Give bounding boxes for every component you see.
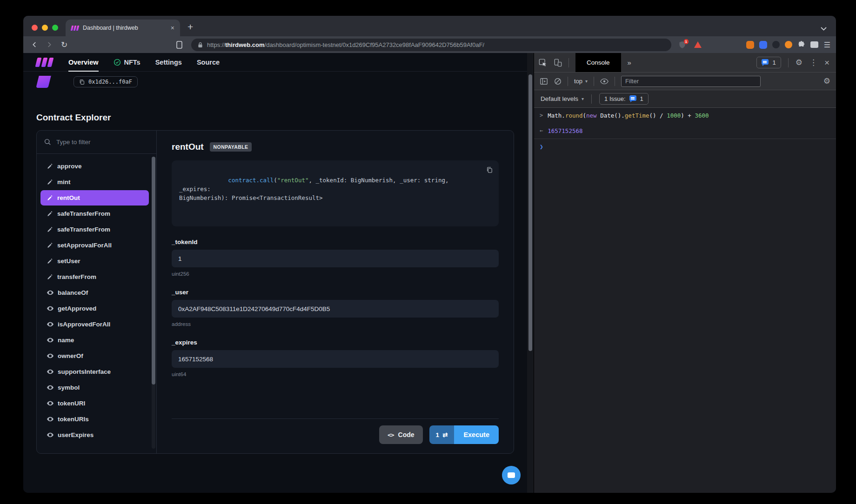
function-item-setUser[interactable]: setUser [40, 253, 149, 269]
fox-extension-icon[interactable] [746, 41, 754, 49]
tx-count-button[interactable]: 1 ⇄ [429, 425, 455, 444]
reload-button[interactable]: ↻ [59, 39, 70, 50]
console-messages-badge[interactable]: 1 [756, 57, 781, 68]
pencil-icon [47, 242, 53, 248]
function-item-transferFrom[interactable]: transferFrom [40, 269, 149, 285]
function-item-approve[interactable]: approve [40, 159, 149, 174]
tab-close-icon[interactable]: × [171, 24, 174, 32]
nav-nfts[interactable]: NFTs [114, 53, 140, 72]
console-filter-box[interactable] [621, 76, 761, 87]
function-item-rentOut[interactable]: rentOut [40, 190, 149, 206]
nav-settings[interactable]: Settings [155, 53, 182, 72]
function-label: name [58, 337, 74, 344]
more-tabs-icon[interactable]: » [628, 59, 631, 66]
function-item-getApproved[interactable]: getApproved [40, 301, 149, 316]
function-item-tokenURI[interactable]: tokenURI [40, 396, 149, 411]
nav-source[interactable]: Source [197, 53, 220, 72]
field-label-_expires: _expires [172, 339, 499, 346]
function-item-symbol[interactable]: symbol [40, 380, 149, 395]
new-tab-button[interactable]: + [187, 21, 193, 33]
function-item-ownerOf[interactable]: ownerOf [40, 348, 149, 364]
device-toolbar-icon[interactable] [554, 59, 562, 67]
copy-signature-icon[interactable] [486, 166, 493, 173]
tab-console[interactable]: Console [575, 53, 621, 72]
search-icon [44, 139, 51, 146]
context-selector[interactable]: top ▾ [574, 78, 588, 85]
console-input-entry: > Math.round(new Date().getTime() / 1000… [534, 108, 836, 123]
console-output[interactable]: > Math.round(new Date().getTime() / 1000… [534, 108, 836, 493]
console-levels-bar: Default levels ▾ 1 Issue: 1 [534, 90, 836, 108]
dark-extension-icon[interactable] [772, 41, 780, 48]
pencil-icon [47, 179, 53, 185]
devtools-panel: Console » 1 ⚙ ⋮ × [534, 53, 836, 493]
zoom-window-button[interactable] [52, 25, 58, 31]
eye-icon [47, 290, 54, 295]
blue-extension-icon[interactable] [759, 41, 767, 49]
chat-widget-button[interactable] [502, 466, 521, 484]
console-prompt[interactable]: ❯ [534, 139, 836, 154]
mutability-badge: NONPAYABLE [210, 142, 252, 152]
function-item-safeTransferFrom[interactable]: safeTransferFrom [40, 222, 149, 237]
console-filter-input[interactable] [625, 78, 756, 85]
thirdweb-logo-icon[interactable] [36, 58, 54, 67]
function-item-userExpires[interactable]: userExpires [40, 427, 149, 443]
devtools-settings-icon[interactable]: ⚙ [796, 58, 802, 67]
console-result-entry: ← 1657152568 [534, 123, 836, 139]
function-label: symbol [58, 384, 80, 391]
tab-search-chevron-icon[interactable] [821, 27, 827, 31]
clear-console-icon[interactable] [554, 78, 562, 85]
function-item-setApprovalForAll[interactable]: setApprovalForAll [40, 238, 149, 253]
field-input-_user[interactable]: 0xA2AF948C508311e1D24270649d770cF4d4F5D0… [172, 300, 499, 318]
function-item-tokenURIs[interactable]: tokenURIs [40, 411, 149, 427]
orange-extension-icon[interactable] [785, 41, 792, 48]
function-item-mint[interactable]: mint [40, 174, 149, 190]
function-filter-input[interactable] [56, 139, 126, 146]
url-bar[interactable]: https://thirdweb.com/dashboard/optimism-… [191, 39, 671, 51]
puzzle-extension-icon[interactable] [797, 41, 805, 49]
browser-window: Dashboard | thirdweb × + ↻ https://third… [23, 16, 836, 493]
function-label: ownerOf [58, 352, 83, 359]
devtools-kebab-menu-icon[interactable]: ⋮ [809, 58, 817, 67]
browser-menu-icon[interactable]: ☰ [824, 40, 830, 49]
page-scrollbar[interactable] [527, 53, 534, 493]
function-item-balanceOf[interactable]: balanceOf [40, 285, 149, 300]
function-item-supportsInterface[interactable]: supportsInterface [40, 364, 149, 379]
forward-button[interactable] [44, 39, 55, 50]
warning-triangle-icon[interactable] [694, 41, 702, 48]
live-expression-eye-icon[interactable] [600, 78, 609, 85]
context-caret-icon: ▾ [585, 79, 588, 84]
function-list-scrollbar[interactable] [152, 157, 155, 449]
close-window-button[interactable] [32, 25, 38, 31]
function-item-isApprovedForAll[interactable]: isApprovedForAll [40, 317, 149, 332]
function-label: mint [57, 179, 71, 186]
shield-badge-count: 1 [684, 39, 689, 44]
shield-extension-icon[interactable]: 1 [679, 41, 686, 49]
page-thirdweb-dashboard: Overview NFTs Settings Source 0x1d26...f… [23, 53, 527, 493]
eye-icon [47, 417, 54, 422]
page-scrollbar-thumb[interactable] [528, 74, 532, 351]
minimize-window-button[interactable] [42, 25, 48, 31]
console-settings-icon[interactable]: ⚙ [823, 76, 830, 86]
traffic-lights [23, 25, 66, 36]
page-title: Contract Explorer [36, 113, 514, 123]
function-item-safeTransferFrom[interactable]: safeTransferFrom [40, 206, 149, 221]
field-input-_expires[interactable]: 1657152568 [172, 350, 499, 368]
profile-card-icon[interactable] [810, 41, 818, 48]
function-item-name[interactable]: name [40, 332, 149, 348]
function-label: getApproved [58, 305, 96, 312]
browser-tab[interactable]: Dashboard | thirdweb × [66, 20, 180, 36]
nav-overview[interactable]: Overview [68, 53, 99, 72]
back-button[interactable] [29, 39, 40, 50]
issues-badge[interactable]: 1 Issue: 1 [599, 93, 649, 105]
devtools-close-icon[interactable]: × [824, 58, 829, 68]
install-app-icon[interactable] [174, 39, 185, 50]
contract-address-badge[interactable]: 0x1d26...f0aF [74, 76, 138, 87]
code-button[interactable]: <> Code [379, 425, 423, 444]
field-input-_tokenId[interactable]: 1 [172, 250, 499, 267]
eye-icon [47, 432, 54, 438]
execute-button[interactable]: Execute [454, 425, 499, 444]
inspect-element-icon[interactable] [539, 59, 547, 67]
console-sidebar-icon[interactable] [540, 77, 548, 86]
function-name-heading: rentOut [172, 142, 204, 152]
default-levels-dropdown[interactable]: Default levels ▾ [541, 95, 584, 102]
